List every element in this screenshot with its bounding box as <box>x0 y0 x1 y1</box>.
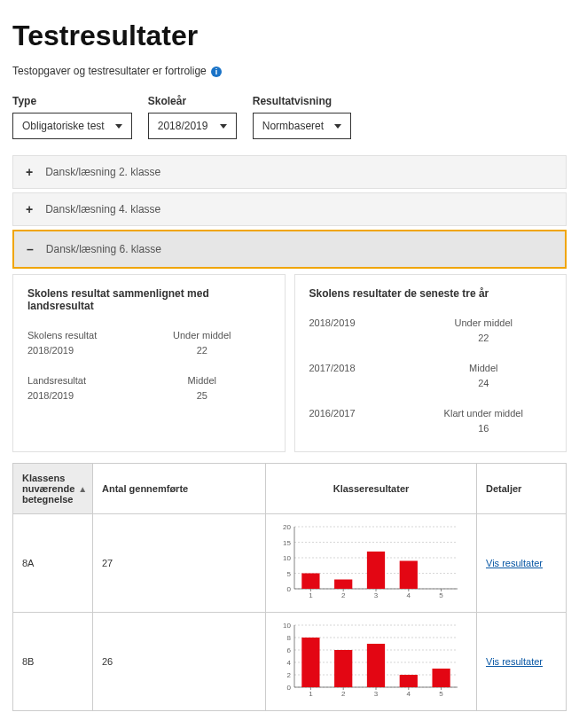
cell-antal: 27 <box>93 514 266 612</box>
panel-title: Skolens resultater de seneste tre år <box>309 287 552 300</box>
filter-type-select[interactable]: Obligatoriske test <box>12 113 132 139</box>
chevron-down-icon <box>115 124 122 129</box>
svg-text:6: 6 <box>287 646 292 654</box>
svg-text:4: 4 <box>407 690 411 698</box>
accordion-item-klasse6[interactable]: – Dansk/læsning 6. klasse <box>12 230 567 269</box>
svg-text:2: 2 <box>341 591 346 599</box>
expand-icon: + <box>26 165 33 179</box>
result-label: 2017/2018 <box>309 361 416 390</box>
svg-text:0: 0 <box>287 585 292 593</box>
accordion: + Dansk/læsning 2. klasse + Dansk/læsnin… <box>12 155 567 269</box>
text: Landsresultat <box>27 375 86 386</box>
result-row: Landsresultat 2018/2019 Middel 25 <box>27 373 270 403</box>
result-value: Under middel 22 <box>134 328 270 357</box>
text: Under middel <box>173 330 231 341</box>
result-label: Landsresultat 2018/2019 <box>27 373 134 403</box>
col-header-klasse[interactable]: Klassens nuværende betegnelse ▲ <box>13 464 93 513</box>
result-value: Middel 25 <box>134 373 270 403</box>
svg-rect-41 <box>301 638 319 687</box>
filter-bar: Type Obligatoriske test Skoleår 2018/201… <box>12 95 567 139</box>
text: 24 <box>478 378 489 388</box>
filter-view-value: Normbaseret <box>262 120 324 132</box>
panel-three-years: Skolens resultater de seneste tre år 201… <box>294 274 567 452</box>
text: 22 <box>478 333 489 343</box>
table-header-row: Klassens nuværende betegnelse ▲ Antal ge… <box>13 464 567 514</box>
text: Under middel <box>455 317 512 328</box>
accordion-item-label: Dansk/læsning 4. klasse <box>45 203 160 215</box>
result-row: 2017/2018 Middel 24 <box>309 361 552 390</box>
text: 2017/2018 <box>309 363 356 373</box>
filter-view-select[interactable]: Normbaseret <box>253 113 351 139</box>
filter-year-label: Skoleår <box>148 95 237 107</box>
panel-title: Skolens resultat sammenlignet med landsr… <box>27 287 270 312</box>
svg-rect-21 <box>400 561 418 590</box>
text: 25 <box>197 390 207 401</box>
svg-rect-50 <box>400 675 418 687</box>
chevron-down-icon <box>334 124 341 129</box>
svg-text:4: 4 <box>407 591 411 599</box>
text: 2018/2019 <box>309 317 356 328</box>
class-table: Klassens nuværende betegnelse ▲ Antal ge… <box>12 463 567 711</box>
svg-text:0: 0 <box>287 684 292 692</box>
table-row: 8A 27 0510152012345 Vis resultater <box>13 514 567 613</box>
svg-text:10: 10 <box>283 554 291 562</box>
info-icon[interactable]: i <box>211 67 222 77</box>
svg-text:1: 1 <box>309 690 313 698</box>
cell-chart: 024681012345 <box>266 613 477 710</box>
filter-type-value: Obligatoriske test <box>22 120 105 132</box>
filter-type: Type Obligatoriske test <box>12 95 132 139</box>
col-header-klasseresultater: Klasseresultater <box>266 464 477 513</box>
filter-year: Skoleår 2018/2019 <box>148 95 237 139</box>
vis-resultater-link[interactable]: Vis resultater <box>486 656 543 667</box>
result-row: Skolens resultat 2018/2019 Under middel … <box>27 328 270 357</box>
cell-klasse: 8A <box>13 514 93 612</box>
text: 26 <box>102 656 113 667</box>
bar-chart: 0510152012345 <box>275 523 467 603</box>
accordion-item-label: Dansk/læsning 2. klasse <box>45 166 160 178</box>
svg-rect-47 <box>367 644 385 687</box>
filter-view: Resultatvisning Normbaseret <box>253 95 351 139</box>
page-title: Testresultater <box>12 20 567 52</box>
result-row: 2016/2017 Klart under middel 16 <box>309 406 552 435</box>
svg-text:5: 5 <box>439 690 443 698</box>
text: Skolens resultat <box>27 330 97 341</box>
accordion-item-klasse2[interactable]: + Dansk/læsning 2. klasse <box>12 155 567 189</box>
text: 22 <box>197 345 207 356</box>
text: 8B <box>22 656 34 667</box>
text: Middel <box>469 363 497 373</box>
table-row: 8B 26 024681012345 Vis resultater <box>13 613 567 711</box>
text: 27 <box>102 558 113 568</box>
filter-type-label: Type <box>12 95 132 107</box>
vis-resultater-link[interactable]: Vis resultater <box>486 558 543 568</box>
text: Klasseresultater <box>333 483 410 494</box>
page-subtitle: Testopgaver og testresultater er fortrol… <box>12 65 567 77</box>
text: 16 <box>478 423 489 434</box>
panel-school-vs-country: Skolens resultat sammenlignet med landsr… <box>12 274 286 452</box>
accordion-item-klasse4[interactable]: + Dansk/læsning 4. klasse <box>12 192 567 226</box>
text: Middel <box>188 375 216 386</box>
svg-text:10: 10 <box>283 622 291 630</box>
svg-rect-44 <box>334 650 352 687</box>
text: Detaljer <box>486 483 521 494</box>
chevron-down-icon <box>220 124 227 129</box>
result-label: 2018/2019 <box>309 316 416 345</box>
col-header-antal[interactable]: Antal gennemførte <box>93 464 266 513</box>
svg-text:5: 5 <box>287 570 292 578</box>
svg-text:3: 3 <box>374 591 379 599</box>
filter-view-label: Resultatvisning <box>253 95 351 107</box>
bar-chart: 024681012345 <box>275 622 467 701</box>
cell-detaljer: Vis resultater <box>477 514 567 612</box>
svg-text:20: 20 <box>283 523 291 531</box>
result-row: 2018/2019 Under middel 22 <box>309 316 552 345</box>
text: 2018/2019 <box>27 345 74 356</box>
filter-year-select[interactable]: 2018/2019 <box>148 113 237 139</box>
result-label: 2016/2017 <box>309 406 416 435</box>
collapse-icon: – <box>27 242 34 256</box>
svg-text:15: 15 <box>283 539 291 547</box>
sort-asc-icon: ▲ <box>78 484 87 494</box>
text: 2016/2017 <box>309 408 356 419</box>
cell-detaljer: Vis resultater <box>477 613 567 710</box>
filter-year-value: 2018/2019 <box>158 120 208 132</box>
text: 8A <box>22 558 34 568</box>
subtitle-text: Testopgaver og testresultater er fortrol… <box>12 65 207 77</box>
